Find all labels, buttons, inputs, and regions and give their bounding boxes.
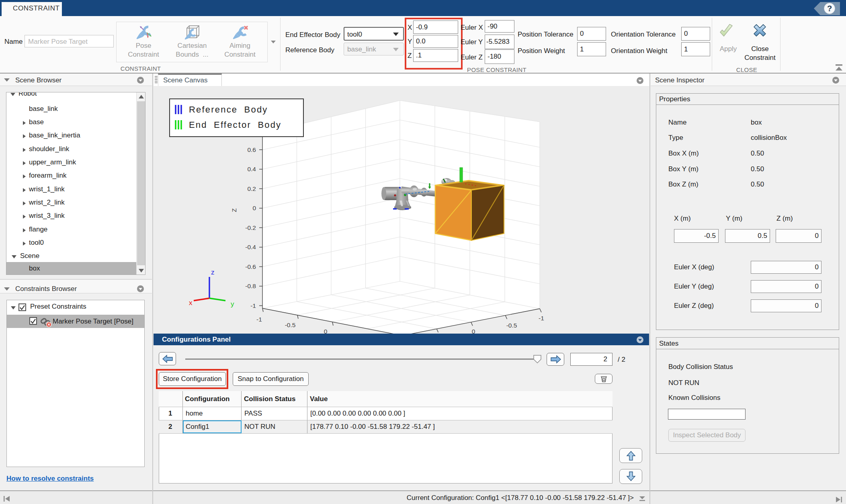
svg-text:-1: -1 [256, 316, 262, 323]
svg-text:0.4: 0.4 [247, 166, 256, 172]
svg-text:-0.5: -0.5 [506, 322, 517, 329]
svg-text:-1: -1 [539, 315, 544, 322]
svg-text:-0.2: -0.2 [245, 224, 256, 231]
svg-text:0: 0 [472, 328, 475, 334]
svg-text:-0.4: -0.4 [245, 244, 256, 250]
svg-text:0: 0 [252, 205, 256, 211]
svg-text:-0.8: -0.8 [245, 283, 256, 289]
svg-text:-1: -1 [250, 302, 256, 309]
svg-text:0.6: 0.6 [247, 146, 256, 153]
svg-text:y: y [231, 300, 234, 308]
svg-text:-0.5: -0.5 [285, 322, 296, 328]
svg-text:0.2: 0.2 [247, 185, 256, 192]
svg-text:0: 0 [324, 328, 328, 334]
svg-text:-0.6: -0.6 [245, 263, 256, 270]
svg-text:End Effector Body: End Effector Body [189, 120, 281, 130]
svg-text:z: z [211, 268, 215, 276]
svg-text:?: ? [827, 4, 832, 13]
svg-text:x: x [189, 299, 193, 307]
svg-text:Reference Body: Reference Body [189, 104, 268, 115]
svg-text:Z: Z [231, 208, 238, 212]
